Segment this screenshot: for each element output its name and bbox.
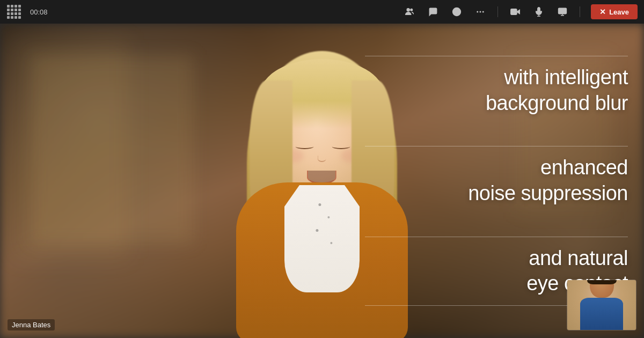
main-participant-video bbox=[134, 38, 510, 338]
topbar-divider bbox=[497, 6, 498, 17]
nose bbox=[317, 156, 326, 162]
thumbnail-person bbox=[580, 280, 623, 330]
shirt-dots bbox=[295, 190, 354, 276]
topbar: 00:08 bbox=[0, 0, 644, 24]
video-container: with intelligent background blur enhance… bbox=[0, 24, 644, 338]
leave-button[interactable]: ✕ Leave bbox=[591, 4, 638, 19]
svg-rect-9 bbox=[511, 9, 517, 15]
thumbnail-hair bbox=[587, 280, 617, 284]
svg-point-0 bbox=[407, 9, 409, 11]
chat-button[interactable] bbox=[427, 5, 440, 18]
svg-point-6 bbox=[480, 11, 481, 13]
more-options-button[interactable] bbox=[474, 5, 487, 18]
svg-marker-8 bbox=[517, 10, 519, 14]
participant-name-label: Jenna Bates bbox=[8, 319, 55, 330]
call-timer: 00:08 bbox=[30, 8, 48, 16]
eye-left bbox=[295, 144, 313, 149]
thumbnail-body bbox=[580, 298, 623, 330]
reactions-button[interactable] bbox=[450, 5, 463, 18]
grid-view-button[interactable] bbox=[6, 4, 21, 19]
svg-point-1 bbox=[411, 9, 413, 11]
leave-label: Leave bbox=[609, 8, 629, 16]
topbar-divider-2 bbox=[580, 6, 580, 17]
eye-right bbox=[332, 144, 350, 149]
app-container: 00:08 bbox=[0, 0, 644, 338]
bokeh-left bbox=[13, 39, 129, 259]
grid-icon bbox=[7, 5, 21, 19]
share-screen-button[interactable] bbox=[556, 5, 569, 18]
bokeh-right bbox=[515, 55, 612, 212]
svg-point-5 bbox=[477, 11, 478, 13]
camera-button[interactable] bbox=[509, 5, 522, 18]
thumbnail-head bbox=[590, 280, 614, 298]
people-button[interactable] bbox=[403, 5, 416, 18]
topbar-controls: ✕ Leave bbox=[403, 4, 638, 19]
self-view-thumbnail[interactable] bbox=[567, 280, 636, 330]
thumbnail-video bbox=[567, 280, 636, 330]
svg-point-2 bbox=[453, 8, 461, 16]
svg-point-7 bbox=[482, 11, 484, 13]
leave-icon: ✕ bbox=[599, 8, 606, 16]
mic-button[interactable] bbox=[532, 5, 545, 18]
